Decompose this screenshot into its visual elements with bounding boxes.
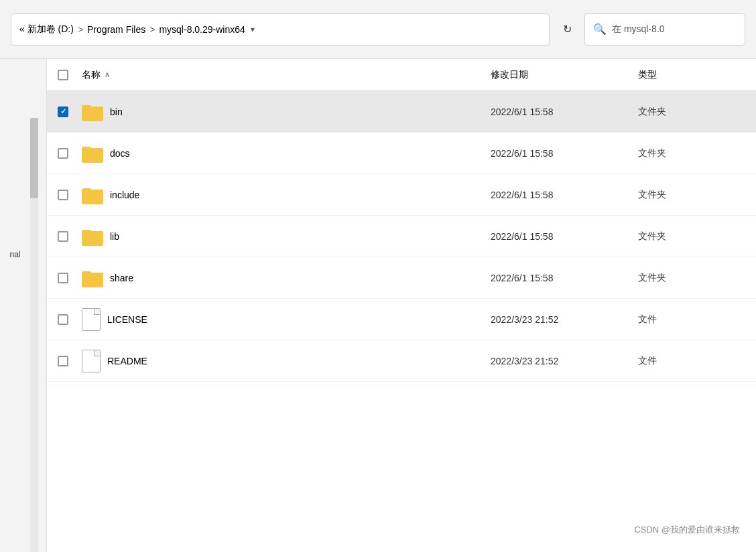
row-checkbox[interactable] bbox=[58, 273, 76, 283]
file-date: 2022/3/23 21:52 bbox=[491, 314, 638, 325]
address-bar: « 新加卷 (D:) > Program Files > mysql-8.0.2… bbox=[0, 0, 756, 59]
column-date-label: 修改日期 bbox=[491, 69, 528, 80]
file-type: 文件 bbox=[638, 355, 745, 367]
folder-icon bbox=[82, 144, 103, 163]
file-type: 文件夹 bbox=[638, 230, 745, 243]
row-checkbox[interactable]: ✓ bbox=[58, 107, 76, 117]
folder-icon bbox=[82, 227, 103, 246]
folder-icon bbox=[82, 186, 103, 204]
checkbox-box[interactable]: ✓ bbox=[58, 107, 68, 117]
sort-arrow-icon: ∧ bbox=[105, 70, 110, 79]
file-type: 文件夹 bbox=[638, 272, 745, 284]
column-type-header[interactable]: 类型 bbox=[638, 69, 745, 81]
breadcrumb-area[interactable]: « 新加卷 (D:) > Program Files > mysql-8.0.2… bbox=[11, 13, 550, 46]
file-type: 文件夹 bbox=[638, 147, 745, 159]
table-row[interactable]: ✓bin2022/6/1 15:58文件夹 bbox=[47, 91, 756, 133]
file-date: 2022/6/1 15:58 bbox=[491, 231, 638, 242]
checkbox-check-icon: ✓ bbox=[60, 107, 66, 116]
watermark: CSDN @我的爱由谁来拯救 bbox=[634, 524, 740, 536]
checkbox-box[interactable] bbox=[58, 356, 68, 366]
checkbox-box[interactable] bbox=[58, 148, 68, 159]
file-name: LICENSE bbox=[107, 314, 491, 325]
row-checkbox[interactable] bbox=[58, 356, 76, 366]
table-row[interactable]: include2022/6/1 15:58文件夹 bbox=[47, 174, 756, 216]
row-checkbox[interactable] bbox=[58, 314, 76, 325]
checkbox-box[interactable] bbox=[58, 273, 68, 283]
sidebar-nav-label: nal bbox=[0, 250, 30, 259]
checkbox-box[interactable] bbox=[58, 314, 68, 325]
row-checkbox[interactable] bbox=[58, 231, 76, 242]
column-type-label: 类型 bbox=[638, 69, 657, 80]
file-icon bbox=[82, 308, 101, 331]
column-header: 名称 ∧ 修改日期 类型 bbox=[47, 59, 756, 91]
table-row[interactable]: share2022/6/1 15:58文件夹 bbox=[47, 257, 756, 299]
breadcrumb-dropdown-icon[interactable]: ▾ bbox=[251, 25, 255, 34]
search-icon: 🔍 bbox=[593, 23, 607, 36]
file-type: 文件夹 bbox=[638, 189, 745, 201]
breadcrumb-part1[interactable]: Program Files bbox=[87, 24, 145, 35]
checkbox-box[interactable] bbox=[58, 231, 68, 242]
refresh-button[interactable]: ↻ bbox=[555, 17, 579, 42]
table-row[interactable]: lib2022/6/1 15:58文件夹 bbox=[47, 216, 756, 257]
file-list: ✓bin2022/6/1 15:58文件夹docs2022/6/1 15:58文… bbox=[47, 91, 756, 382]
header-checkbox-box[interactable] bbox=[58, 70, 68, 80]
file-date: 2022/6/1 15:58 bbox=[491, 107, 638, 117]
main-content: 名称 ∧ 修改日期 类型 ✓bin2022/6/1 15:58文件夹docs20… bbox=[47, 59, 756, 552]
breadcrumb-current: mysql-8.0.29-winx64 bbox=[159, 24, 245, 35]
file-name: include bbox=[110, 190, 491, 200]
file-icon bbox=[82, 350, 101, 372]
file-date: 2022/3/23 21:52 bbox=[491, 356, 638, 366]
breadcrumb-sep2: > bbox=[149, 24, 155, 35]
scrollbar-track[interactable] bbox=[30, 118, 38, 552]
column-name-label: 名称 bbox=[82, 69, 101, 81]
search-placeholder: 在 mysql-8.0 bbox=[612, 23, 665, 36]
file-type: 文件 bbox=[638, 314, 745, 326]
sidebar: nal bbox=[0, 59, 47, 552]
table-row[interactable]: LICENSE2022/3/23 21:52文件 bbox=[47, 299, 756, 340]
refresh-icon: ↻ bbox=[563, 23, 572, 36]
file-date: 2022/6/1 15:58 bbox=[491, 273, 638, 283]
row-checkbox[interactable] bbox=[58, 148, 76, 159]
table-row[interactable]: README2022/3/23 21:52文件 bbox=[47, 340, 756, 382]
column-name-header[interactable]: 名称 ∧ bbox=[82, 69, 491, 81]
checkbox-box[interactable] bbox=[58, 190, 68, 200]
file-name: share bbox=[110, 273, 491, 283]
search-area[interactable]: 🔍 在 mysql-8.0 bbox=[584, 13, 745, 46]
table-row[interactable]: docs2022/6/1 15:58文件夹 bbox=[47, 133, 756, 174]
file-date: 2022/6/1 15:58 bbox=[491, 190, 638, 200]
file-date: 2022/6/1 15:58 bbox=[491, 148, 638, 159]
breadcrumb: « 新加卷 (D:) > Program Files > mysql-8.0.2… bbox=[19, 23, 245, 36]
breadcrumb-sep1: > bbox=[78, 24, 83, 35]
header-checkbox[interactable] bbox=[58, 70, 76, 80]
column-date-header[interactable]: 修改日期 bbox=[491, 69, 638, 81]
scrollbar-thumb[interactable] bbox=[30, 118, 38, 198]
file-name: lib bbox=[110, 231, 491, 242]
file-name: README bbox=[107, 356, 491, 366]
row-checkbox[interactable] bbox=[58, 190, 76, 200]
folder-icon bbox=[82, 269, 103, 287]
file-name: docs bbox=[110, 148, 491, 159]
file-name: bin bbox=[110, 107, 491, 117]
breadcrumb-prefix: « 新加卷 (D:) bbox=[19, 23, 74, 36]
folder-icon bbox=[82, 102, 103, 121]
file-type: 文件夹 bbox=[638, 106, 745, 118]
